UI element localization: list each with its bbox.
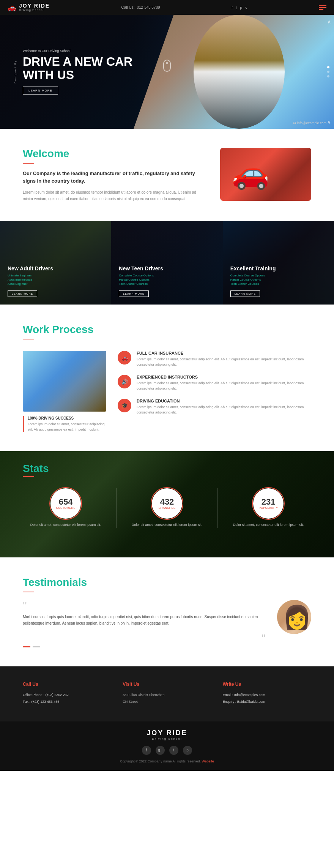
logo-text: JOY RIDE xyxy=(19,3,50,8)
feature-adult-btn[interactable]: LEARN MORE xyxy=(8,290,37,297)
footer-twitter-icon[interactable]: t xyxy=(169,746,178,755)
welcome-body-text: Lorem ipsum dolor sit amet, do eiusmod t… xyxy=(23,189,205,202)
stats-content: Stats 654 Customers Dolor sit amet, cons… xyxy=(0,451,334,539)
stats-divider-1 xyxy=(116,488,117,528)
feature-teen-title: New Teen Drivers xyxy=(119,265,163,271)
hero-content: Welcome to Our Driving School DRIVE A NE… xyxy=(23,49,132,95)
quote-open-mark: " xyxy=(23,600,266,611)
stats-numbers: 654 Customers Dolor sit amet, consectetu… xyxy=(23,488,311,528)
footer-email: Email : Info@examples.com xyxy=(223,692,311,698)
red-car-image xyxy=(220,148,311,201)
welcome-content: Welcome Our Company is the leading manuf… xyxy=(23,148,205,202)
work-process-left: 100% DRIVING SUCCESS Lorem ipsum dolor s… xyxy=(23,351,106,432)
stat-customers-number: 654 xyxy=(59,498,73,506)
stat-customers-circle: 654 Customers xyxy=(50,488,81,519)
testimonials-underline xyxy=(23,592,34,592)
feature-teen-link-2[interactable]: Partial Course Options xyxy=(119,278,163,281)
feature-adult-links: Ultimate Beginner Adult Intermediate Adu… xyxy=(8,274,53,286)
hero-learn-more-button[interactable]: LEARN MORE xyxy=(23,87,58,95)
stats-section: Stats 654 Customers Dolor sit amet, cons… xyxy=(0,451,334,557)
stats-title: Stats xyxy=(23,462,311,475)
footer-bottom: JOY RIDE Driving School f g+ t p Copyrig… xyxy=(0,721,334,771)
footer-pinterest-icon[interactable]: p xyxy=(183,746,192,755)
work-item-instructors-content: EXPERIENCED INSTRUCTORS Lorem ipsum dolo… xyxy=(137,375,311,391)
header-phone[interactable]: 012 345 6789 xyxy=(137,5,160,9)
social-twitter[interactable]: t xyxy=(236,5,237,10)
car-icon: 🚗 xyxy=(8,3,16,12)
feature-teen-links: Complete Course Options Partial Course O… xyxy=(119,274,163,286)
feature-excellent-training[interactable]: Excellent Training Complete Course Optio… xyxy=(223,221,334,305)
stat-popularity-desc: Dolor sit amet, consectetur eiit lorem i… xyxy=(233,522,304,528)
testimonial-dot-active[interactable] xyxy=(23,646,30,647)
feature-training-link-3[interactable]: Teen Starter Courses xyxy=(230,282,276,286)
feature-teen-link-3[interactable]: Teen Starter Courses xyxy=(119,282,163,286)
footer-googleplus-icon[interactable]: g+ xyxy=(156,746,165,755)
scroll-indicator xyxy=(163,60,171,72)
education-icon: 🎓 xyxy=(118,399,131,412)
work-item-insurance: 🚗 FULL CAR INSURANCE Lorem ipsum dolor s… xyxy=(118,351,311,367)
feature-training-btn[interactable]: LEARN MORE xyxy=(230,290,260,297)
work-process-right: 🚗 FULL CAR INSURANCE Lorem ipsum dolor s… xyxy=(118,351,311,432)
footer-visit-col: Visit Us 88 Fulian District Shenzhen CN … xyxy=(123,682,211,706)
stat-branches-circle: 432 Branches xyxy=(152,488,182,519)
stat-customers: 654 Customers Dolor sit amet, consectetu… xyxy=(23,488,109,528)
stat-customers-desc: Dolor sit amet, consectetur eiit lorem i… xyxy=(30,522,101,528)
footer-main: Call Us Office Phone : (+23) 2302 232 Fa… xyxy=(0,666,334,721)
feature-teen-link-1[interactable]: Complete Course Options xyxy=(119,274,163,277)
stat-popularity-circle: 231 Popularity xyxy=(253,488,284,519)
work-success-title: 100% DRIVING SUCCESS xyxy=(28,416,106,420)
footer-logo-subtitle: Driving School xyxy=(8,737,326,740)
hero-arrow-up[interactable]: ∧ xyxy=(327,19,331,25)
hero-email: ✉ info@example.com xyxy=(293,121,326,125)
testimonial-dot-nav xyxy=(23,646,266,647)
feature-training-link-1[interactable]: Complete Course Options xyxy=(230,274,276,277)
feature-adult-drivers[interactable]: New Adult Drivers Ultimate Beginner Adul… xyxy=(0,221,111,305)
hero-welcome-text: Welcome to Our Driving School xyxy=(23,49,132,53)
feature-teen-drivers[interactable]: New Teen Drivers Complete Course Options… xyxy=(111,221,222,305)
feature-adult-link-2[interactable]: Adult Intermediate xyxy=(8,278,53,281)
footer-address-1: 88 Fulian District Shenzhen xyxy=(123,692,211,698)
footer-call-col: Call Us Office Phone : (+23) 2302 232 Fa… xyxy=(23,682,111,706)
social-facebook[interactable]: f xyxy=(232,5,233,10)
feature-adult-link-1[interactable]: Ultimate Beginner xyxy=(8,274,53,277)
footer-copyright: Copyright © 2022 Company name All rights… xyxy=(8,759,326,763)
footer-office-phone: Office Phone : (+23) 2302 232 xyxy=(23,692,111,698)
work-process-underline xyxy=(23,339,34,339)
work-process-section: Work Process 100% DRIVING SUCCESS Lorem … xyxy=(0,305,334,451)
quote-close-mark: " xyxy=(23,633,266,644)
welcome-car-image xyxy=(220,148,311,201)
social-vimeo[interactable]: v xyxy=(245,5,247,10)
testimonial-text-block: " Morbi cursus, turpis quis laoreet blan… xyxy=(23,600,266,647)
feature-adult-link-3[interactable]: Adult Beginner xyxy=(8,282,53,286)
footer-address-2: CN Street xyxy=(123,699,211,704)
stat-branches-desc: Dolor sit amet, consectetur eiit lorem i… xyxy=(132,522,203,528)
footer-facebook-icon[interactable]: f xyxy=(142,746,151,755)
footer-write-title: Write Us xyxy=(223,682,311,687)
social-pinterest[interactable]: p xyxy=(240,5,242,10)
hero-arrow-down[interactable]: ∨ xyxy=(327,119,331,125)
stat-customers-label: Customers xyxy=(56,506,76,510)
work-item-instructors: 🔊 EXPERIENCED INSTRUCTORS Lorem ipsum do… xyxy=(118,375,311,391)
work-item-instructors-title: EXPERIENCED INSTRUCTORS xyxy=(137,375,311,379)
stat-branches-number: 432 xyxy=(160,498,174,506)
logo-area: 🚗 JOY RIDE Driving School xyxy=(8,3,50,12)
features-grid: New Adult Drivers Ultimate Beginner Adul… xyxy=(0,221,334,305)
footer-copyright-link[interactable]: Website xyxy=(202,759,214,763)
hero-title: DRIVE A NEW CAR WITH US xyxy=(23,55,132,82)
hamburger-menu[interactable] xyxy=(319,5,326,10)
feature-training-link-2[interactable]: Partial Course Options xyxy=(230,278,276,281)
work-success-text: Lorem ipsum dolor sit amet, consectetur … xyxy=(28,422,106,432)
welcome-section: Welcome Our Company is the leading manuf… xyxy=(0,129,334,221)
stat-branches-label: Branches xyxy=(159,506,175,510)
work-item-education-title: DRIVING EDUCATION xyxy=(137,399,311,403)
footer-visit-title: Visit Us xyxy=(123,682,211,687)
header: 🚗 JOY RIDE Driving School Call Us: 012 3… xyxy=(0,0,334,15)
stats-divider-2 xyxy=(217,488,218,528)
feature-teen-btn[interactable]: LEARN MORE xyxy=(119,290,148,297)
testimonial-avatar xyxy=(277,600,311,634)
hero-arrows: ∧ ∨ xyxy=(327,15,331,129)
testimonial-dot-inactive[interactable] xyxy=(33,646,40,647)
work-item-instructors-text: Lorem ipsum dolor sit amet, consectetur … xyxy=(137,381,311,391)
feature-training-links: Complete Course Options Partial Course O… xyxy=(230,274,276,286)
stat-popularity: 231 Popularity Dolor sit amet, consectet… xyxy=(225,488,311,528)
